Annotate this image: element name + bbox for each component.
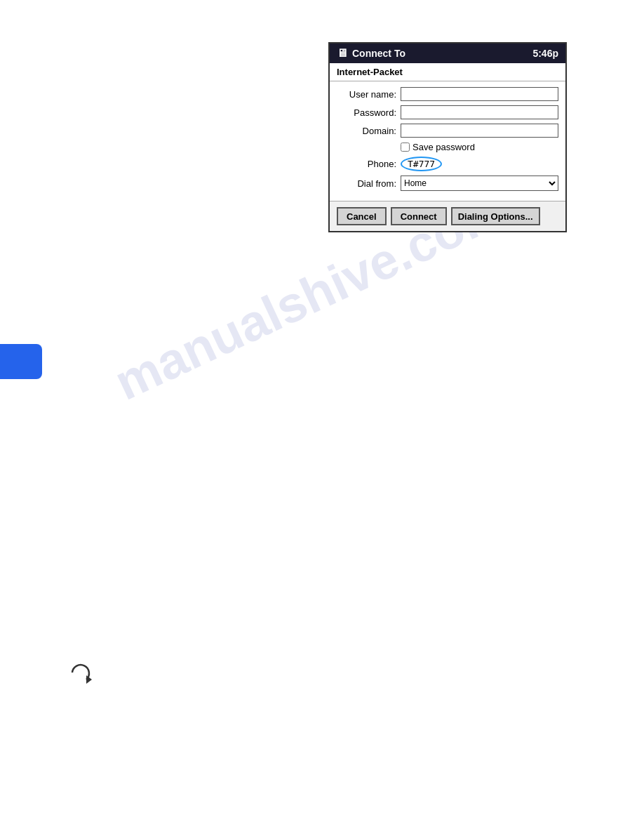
- phone-row: Phone: T#777: [337, 157, 558, 171]
- dialog-buttons: Cancel Connect Dialing Options...: [330, 201, 565, 231]
- phone-label: Phone:: [337, 159, 396, 169]
- dialog-titlebar: 🖥 Connect To 5:46p: [330, 44, 565, 63]
- domain-row: Domain:: [337, 124, 558, 138]
- dialog-form: User name: Password: Domain: Save passwo…: [330, 81, 565, 201]
- domain-label: Domain:: [337, 126, 396, 136]
- password-row: Password:: [337, 105, 558, 119]
- username-input[interactable]: [401, 87, 558, 101]
- password-input[interactable]: [401, 105, 558, 119]
- username-label: User name:: [337, 89, 396, 100]
- left-tab: [0, 344, 42, 379]
- titlebar-left: 🖥 Connect To: [337, 47, 405, 60]
- connect-button[interactable]: Connect: [391, 207, 447, 225]
- note-icon: [67, 660, 92, 690]
- domain-input[interactable]: [401, 124, 558, 138]
- save-password-label: Save password: [412, 142, 475, 152]
- connection-name: Internet-Packet: [330, 63, 565, 81]
- password-label: Password:: [337, 107, 396, 118]
- dial-from-row: Dial from: Home Office Other: [337, 176, 558, 191]
- save-password-row: Save password: [337, 142, 558, 152]
- dialog-time: 5:46p: [532, 48, 558, 59]
- phone-value-wrapper: T#777: [401, 157, 558, 171]
- dialog-icon: 🖥: [337, 47, 348, 60]
- dialog-title: Connect To: [352, 48, 405, 59]
- save-password-checkbox[interactable]: [401, 143, 410, 152]
- connect-to-dialog: 🖥 Connect To 5:46p Internet-Packet User …: [328, 42, 567, 232]
- dialing-options-button[interactable]: Dialing Options...: [451, 207, 540, 225]
- dial-from-select[interactable]: Home Office Other: [401, 176, 558, 191]
- phone-value: T#777: [401, 157, 442, 171]
- dial-from-label: Dial from:: [337, 178, 396, 189]
- cancel-button[interactable]: Cancel: [337, 207, 387, 225]
- username-row: User name:: [337, 87, 558, 101]
